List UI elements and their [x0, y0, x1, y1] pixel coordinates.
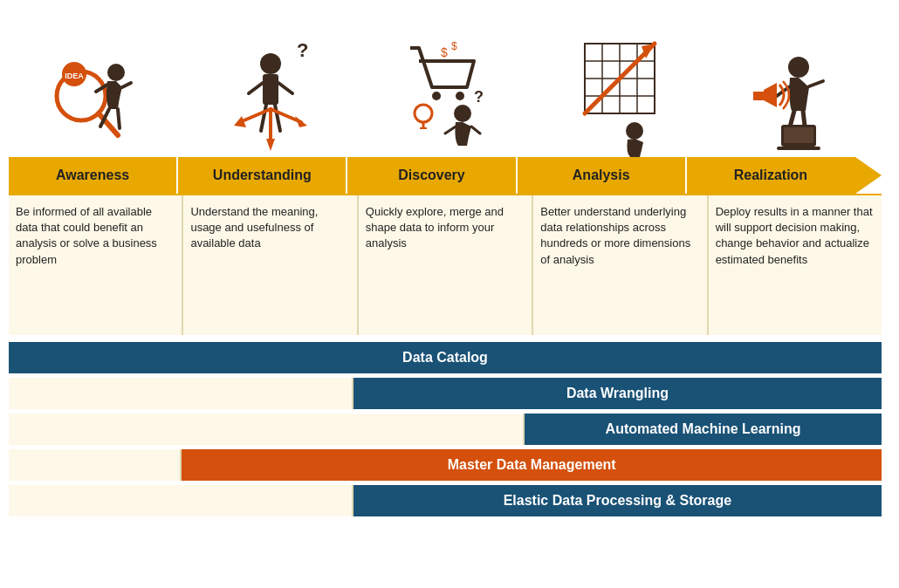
svg-point-20 [454, 105, 471, 122]
svg-line-9 [261, 105, 266, 131]
data-wrangling-bar: Data Wrangling [353, 378, 882, 409]
header-realization: Realization [687, 157, 882, 194]
discovery-icon-cell: ? $ $ [358, 31, 532, 157]
svg-point-19 [456, 92, 464, 100]
header-analysis-label: Analysis [573, 168, 630, 183]
header-analysis: Analysis [518, 157, 687, 194]
header-understanding: Understanding [178, 157, 347, 194]
header-discovery-label: Discovery [398, 168, 465, 183]
desc-understanding: Understand the meaning, usage and useful… [183, 195, 358, 335]
svg-text:$: $ [451, 40, 457, 52]
desc-discovery-text: Quickly explore, merge and shape data to… [366, 205, 504, 250]
aml-spacer [9, 414, 525, 445]
svg-point-18 [432, 92, 441, 100]
feature-rows: Data Catalog Data Wrangling Automated Ma… [9, 342, 882, 516]
svg-line-7 [249, 83, 263, 93]
desc-awareness-text: Be informed of all available data that c… [16, 205, 157, 266]
svg-line-12 [240, 109, 271, 122]
main-container: IDEA [0, 0, 899, 530]
edps-spacer [9, 485, 353, 516]
realization-icon [746, 31, 842, 157]
desc-analysis-text: Better understand underlying data relati… [540, 205, 690, 266]
desc-discovery: Quickly explore, merge and shape data to… [359, 195, 533, 335]
svg-text:IDEA: IDEA [65, 72, 84, 80]
understanding-icon-cell: ? [183, 31, 358, 157]
edps-label: Elastic Data Processing & Storage [504, 493, 731, 509]
svg-line-8 [278, 83, 292, 93]
header-awareness-label: Awareness [56, 168, 129, 183]
arrow-banner: Awareness Understanding Discovery Analys… [9, 157, 882, 194]
aml-bar: Automated Machine Learning [525, 414, 882, 445]
svg-point-37 [788, 57, 809, 78]
feature-row-aml: Automated Machine Learning [9, 414, 882, 445]
svg-line-10 [275, 105, 280, 131]
desc-realization: Deploy results in a manner that will sup… [709, 195, 882, 335]
data-wrangling-spacer [9, 378, 353, 409]
svg-rect-44 [784, 127, 813, 143]
mdm-label: Master Data Management [448, 457, 616, 473]
header-awareness: Awareness [9, 157, 178, 194]
svg-point-22 [415, 105, 432, 122]
analysis-icon [572, 31, 668, 157]
feature-row-data-catalog: Data Catalog [9, 342, 882, 373]
svg-text:$: $ [441, 45, 448, 59]
desc-analysis: Better understand underlying data relati… [533, 195, 708, 335]
analysis-icon-cell [532, 31, 707, 157]
header-realization-label: Realization [734, 168, 807, 183]
data-wrangling-label: Data Wrangling [566, 386, 669, 401]
svg-rect-45 [777, 147, 820, 150]
svg-text:?: ? [297, 39, 308, 61]
awareness-icon-cell: IDEA [9, 31, 183, 157]
header-understanding-label: Understanding [213, 168, 312, 183]
data-catalog-bar: Data Catalog [9, 342, 882, 373]
feature-row-edps: Elastic Data Processing & Storage [9, 485, 882, 516]
svg-point-36 [626, 122, 643, 140]
svg-line-41 [809, 81, 823, 86]
descriptions-row: Be informed of all available data that c… [9, 194, 882, 335]
understanding-icon: ? [223, 31, 319, 157]
svg-text:?: ? [474, 88, 484, 106]
desc-realization-text: Deploy results in a manner that will sup… [716, 205, 873, 266]
aml-label: Automated Machine Learning [606, 421, 801, 437]
desc-understanding-text: Understand the meaning, usage and useful… [190, 205, 318, 250]
feature-row-data-wrangling: Data Wrangling [9, 378, 882, 409]
svg-point-4 [107, 64, 125, 81]
header-discovery: Discovery [347, 157, 517, 194]
awareness-icon: IDEA [48, 31, 144, 157]
svg-rect-42 [753, 92, 764, 100]
mdm-bar: Master Data Management [182, 449, 882, 481]
svg-rect-6 [263, 74, 278, 105]
svg-point-5 [260, 53, 281, 74]
edps-bar: Elastic Data Processing & Storage [353, 485, 882, 516]
svg-line-13 [271, 109, 301, 122]
svg-marker-14 [266, 139, 275, 151]
feature-row-mdm: Master Data Management [9, 449, 882, 481]
realization-icon-cell [707, 31, 882, 157]
mdm-spacer [9, 449, 182, 481]
icons-row: IDEA [9, 9, 882, 157]
header-row: Awareness Understanding Discovery Analys… [9, 157, 882, 194]
data-catalog-label: Data Catalog [402, 350, 488, 366]
discovery-icon: ? $ $ [397, 31, 493, 157]
desc-awareness: Be informed of all available data that c… [9, 195, 183, 335]
